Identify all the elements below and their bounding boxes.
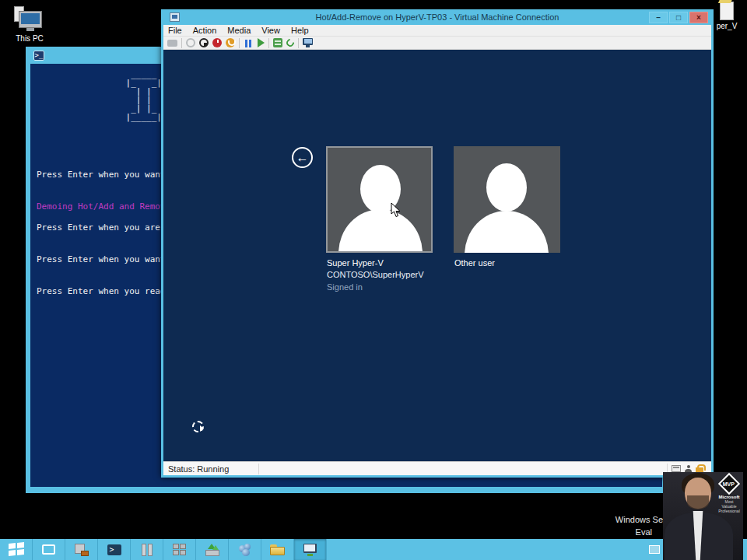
user1-status: Signed in [327,282,363,292]
this-pc-desktop-icon[interactable]: This PC [8,6,51,43]
shut-down-vm-button[interactable] [212,38,222,47]
minimize-button[interactable]: – [649,12,668,23]
taskbar-server-manager-button[interactable] [65,539,98,560]
vm-connection-window: Hot/Add-Remove on HyperV-TP03 - Virtual … [161,9,714,478]
mouse-cursor [391,203,401,218]
resume-vm-button[interactable] [258,38,265,47]
taskbar-desktop-window-button[interactable] [33,539,65,560]
save-vm-button[interactable] [226,38,235,47]
window-title: Hot/Add-Remove on HyperV-TP03 - Virtual … [163,12,711,22]
close-button[interactable]: × [689,12,708,23]
ctrl-alt-del-button[interactable] [167,38,177,48]
file-icon [720,2,734,20]
user-tile-other-user[interactable] [454,146,560,253]
this-pc-icon [12,6,47,33]
spheres-icon [238,544,252,556]
folder-icon [270,544,285,555]
avatar-body [338,209,423,253]
monitor-icon [19,11,42,28]
powershell-icon: >_ [33,51,44,61]
server-towers-icon [142,544,153,556]
pause-vm-button[interactable] [244,38,254,48]
vm-guest-screen: ← Super Hyper-V CONTOSO\SuperHyperV Sign… [163,50,711,461]
menu-file[interactable]: File [168,26,182,35]
maximize-button[interactable]: □ [669,12,688,23]
statusbar-window-icon [672,465,681,472]
windows-logo-icon [9,542,24,557]
menu-media[interactable]: Media [227,26,251,35]
checkpoint-button[interactable] [273,38,282,47]
menu-view[interactable]: View [261,26,280,35]
vm-menubar: File Action Media View Help [163,25,711,37]
hyperv-folder-desktop-icon[interactable]: per_V [710,2,744,30]
mvp-logo: MVP Microsoft Most Valuable Professional [717,476,741,513]
taskbar: > [0,539,747,560]
console-line-highlight: Demoing Hot/Add and Remove [37,201,176,212]
taskbar-computer-management-button[interactable] [229,539,261,560]
this-pc-label: This PC [8,34,51,43]
window-icon [42,544,55,555]
taskbar-disk-management-button[interactable] [196,539,229,560]
mvp-sub3: Professional [717,509,741,513]
taskbar-cluster-manager-button[interactable] [163,539,196,560]
menu-action[interactable]: Action [193,26,217,35]
mvp-sub2: Most Valuable [717,499,741,509]
server-manager-icon [75,544,89,556]
revert-button[interactable] [285,37,296,48]
windows-eval-watermark: Windows Se Eval [591,513,663,538]
mvp-diamond-icon: MVP [718,473,740,495]
console-line: Press Enter when you are do [37,222,176,233]
vm-status-text: Status: Running [163,464,258,474]
presenter-beard [687,495,709,509]
taskbar-hyperv-manager-button[interactable] [131,539,163,560]
tray-display-icon[interactable] [649,545,660,554]
user-tile-super-hyperv[interactable] [326,146,433,253]
statusbar-user-icon [685,465,692,473]
cluster-icon [173,544,186,555]
taskbar-vm-connection-button[interactable] [294,539,327,560]
console-line: Press Enter when you want t [37,254,176,264]
watermark-line1: Windows Se [591,513,663,526]
avatar [486,163,527,212]
powershell-icon: > [107,544,121,555]
taskbar-file-explorer-button[interactable] [261,539,294,560]
console-line: Press Enter when you want t [37,170,176,180]
user1-name: Super Hyper-V [327,258,384,268]
enhanced-session-button[interactable] [303,38,313,48]
avatar-body [465,211,549,253]
user2-name: Other user [454,258,495,268]
vm-toolbar [163,37,711,50]
loading-spinner-icon [192,421,204,432]
taskbar-powershell-button[interactable]: > [98,539,131,560]
hyperv-folder-label: per_V [710,22,744,30]
start-button[interactable] [0,539,33,560]
menu-help[interactable]: Help [291,26,309,35]
mvp-text: MVP [723,481,735,486]
presenter-webcam-overlay: MVP Microsoft Most Valuable Professional [663,472,743,560]
back-button[interactable]: ← [292,147,313,168]
turn-off-vm-button[interactable] [199,38,209,47]
vm-statusbar: Status: Running [163,461,711,475]
disk-growth-icon [205,544,219,556]
vm-titlebar[interactable]: Hot/Add-Remove on HyperV-TP03 - Virtual … [163,9,711,25]
start-vm-button[interactable] [186,38,195,47]
user1-domain: CONTOSO\SuperHyperV [327,270,424,279]
watermark-line2: Eval [591,526,663,538]
vm-connect-icon [303,544,317,556]
console-line: Press Enter when you ready [37,286,176,296]
